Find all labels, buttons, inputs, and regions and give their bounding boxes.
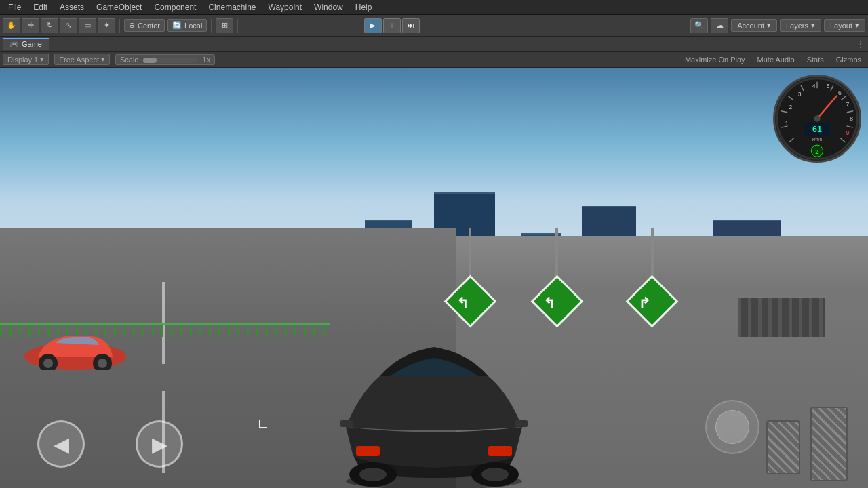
tool-rotate[interactable]: ↻	[41, 18, 58, 33]
menu-waypoint[interactable]: Waypoint	[263, 1, 308, 14]
brake-pedal[interactable]	[766, 420, 800, 474]
cloud-icon[interactable]: ☁	[711, 18, 728, 33]
svg-text:8: 8	[850, 115, 853, 122]
menu-window[interactable]: Window	[309, 1, 349, 14]
game-options-bar: Display 1 ▾ Free Aspect ▾ Scale 1x Maxim…	[0, 52, 868, 68]
svg-point-4	[98, 359, 107, 368]
svg-rect-9	[515, 420, 528, 427]
accelerator-pedal[interactable]	[810, 407, 848, 481]
gizmos-btn[interactable]: Gizmos	[832, 55, 865, 64]
stats-btn[interactable]: Stats	[803, 55, 828, 64]
tool-rect[interactable]: ▭	[79, 18, 96, 33]
menu-bar: File Edit Assets GameObject Component Ci…	[0, 0, 868, 15]
svg-point-13	[481, 468, 509, 481]
svg-rect-8	[340, 420, 353, 427]
game-tab-icon: 🎮	[9, 40, 19, 49]
play-button[interactable]: ▶	[364, 18, 382, 33]
svg-text:4: 4	[812, 83, 816, 89]
game-viewport[interactable]: ↰ ↰ ↱	[0, 68, 868, 488]
svg-text:1: 1	[785, 120, 789, 127]
tool-move[interactable]: ✛	[22, 18, 39, 33]
svg-text:5: 5	[827, 83, 830, 89]
menu-gameobject[interactable]: GameObject	[91, 1, 147, 14]
layers-dropdown[interactable]: Layers ▾	[780, 19, 821, 32]
step-button[interactable]: ⏭	[402, 18, 420, 33]
svg-rect-7	[488, 446, 512, 456]
sep-3	[237, 19, 238, 33]
svg-text:3: 3	[798, 91, 802, 98]
svg-text:2: 2	[789, 104, 793, 110]
main-car	[319, 332, 549, 488]
menu-assets[interactable]: Assets	[54, 1, 90, 14]
toolbar: ✋ ✛ ↻ ⤡ ▭ ✦ ⊕ Center 🔄 Local ⊞ ▶ ⏸ ⏭ 🔍 ☁…	[0, 15, 868, 37]
svg-text:2: 2	[815, 148, 818, 155]
svg-point-36	[814, 115, 821, 122]
game-tab[interactable]: 🎮 Game	[3, 38, 49, 50]
svg-rect-6	[356, 446, 380, 456]
svg-text:9: 9	[846, 129, 849, 136]
sep-1	[119, 19, 120, 33]
aspect-selector[interactable]: Free Aspect ▾	[54, 54, 110, 65]
mute-audio-btn[interactable]: Mute Audio	[753, 55, 799, 64]
tab-more[interactable]: ⋮	[856, 39, 865, 49]
road-sign-2: ↰	[538, 228, 576, 320]
sep-2	[211, 19, 212, 33]
maximize-play-btn[interactable]: Maximize On Play	[681, 55, 749, 64]
scale-control[interactable]: Scale 1x	[115, 54, 215, 65]
menu-file[interactable]: File	[3, 1, 26, 14]
svg-text:km/h: km/h	[812, 137, 823, 142]
menu-edit[interactable]: Edit	[28, 1, 53, 14]
svg-text:7: 7	[846, 101, 849, 108]
display-selector[interactable]: Display 1 ▾	[3, 54, 49, 65]
tab-bar: 🎮 Game ⋮	[0, 37, 868, 52]
pivot-local[interactable]: 🔄 Local	[167, 19, 207, 32]
search-icon[interactable]: 🔍	[690, 18, 708, 33]
pivot-center[interactable]: ⊕ Center	[124, 19, 165, 32]
account-dropdown[interactable]: Account ▾	[731, 19, 777, 32]
tool-hand[interactable]: ✋	[3, 18, 20, 33]
svg-text:61: 61	[812, 125, 822, 134]
speedometer-svg: 1 2 3 4 5 6 7 8 9 61 km/h 2	[775, 75, 859, 163]
menu-cinemachine[interactable]: Cinemachine	[203, 1, 261, 14]
right-barrier	[738, 296, 825, 337]
svg-point-2	[43, 359, 53, 368]
menu-help[interactable]: Help	[350, 1, 378, 14]
svg-text:6: 6	[838, 89, 842, 96]
speedometer: 1 2 3 4 5 6 7 8 9 61 km/h 2	[773, 75, 861, 163]
svg-point-11	[359, 468, 387, 481]
virtual-joystick[interactable]	[705, 400, 760, 454]
tool-scale[interactable]: ⤡	[60, 18, 77, 33]
red-car	[18, 319, 133, 370]
tool-transform[interactable]: ✦	[98, 18, 115, 33]
road-sign-3: ↱	[633, 228, 671, 320]
pause-button[interactable]: ⏸	[383, 18, 401, 33]
steer-left-button[interactable]: ◀	[37, 420, 85, 468]
road-sign-1: ↰	[452, 228, 489, 320]
layout-dropdown[interactable]: Layout ▾	[824, 19, 865, 32]
steer-right-button[interactable]: ▶	[136, 420, 183, 468]
joystick-thumb	[715, 410, 749, 444]
menu-component[interactable]: Component	[149, 1, 201, 14]
grid-btn[interactable]: ⊞	[216, 18, 233, 33]
